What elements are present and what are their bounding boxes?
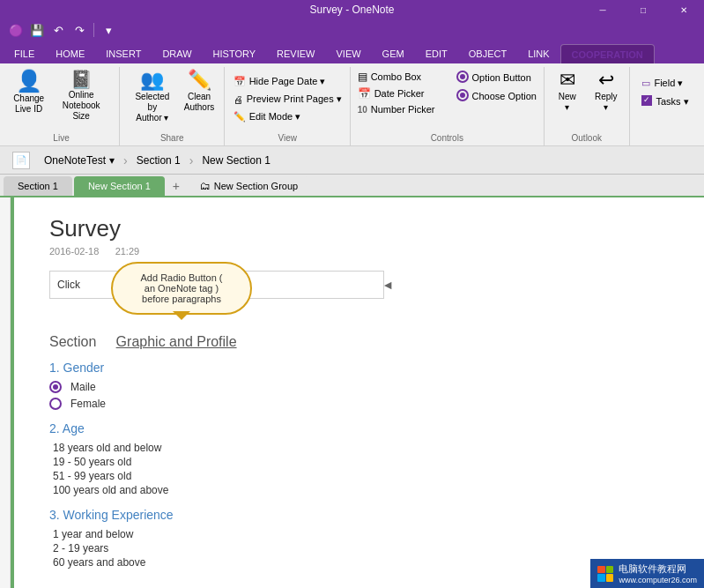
customize-button[interactable]: ▾: [100, 21, 117, 39]
question-1: 1. Gender Maile Female: [49, 361, 669, 411]
preview-print-pages-button[interactable]: 🖨 Preview Print Pages ▾: [230, 92, 345, 107]
quick-access-toolbar: 🟣 💾 ↶ ↷ ▾: [0, 19, 704, 41]
page-content: Survey 2016-02-18 21:29 Click er. ◄ Add …: [11, 197, 704, 588]
tab-insert[interactable]: INSERT: [95, 44, 152, 63]
separator: [93, 23, 94, 37]
view-group-label: View: [278, 131, 297, 145]
outlook-group-label: Outlook: [572, 131, 602, 145]
combo-box-button[interactable]: ▤ Combo Box: [354, 69, 439, 85]
section-heading: Section Graphic and Profile: [49, 334, 669, 350]
tasks-button[interactable]: Tasks ▾: [638, 93, 692, 109]
answer-maile-text: Maile: [70, 380, 96, 394]
answer-age-4: 100 years old and above: [53, 483, 669, 497]
edit-mode-label: Edit Mode ▾: [249, 111, 301, 123]
option-button-label: Option Button: [472, 72, 531, 83]
preview-print-label: Preview Print Pages ▾: [247, 93, 342, 105]
question-3-number: 3.: [49, 508, 63, 522]
tab-object[interactable]: OBJECT: [458, 44, 517, 63]
choose-option-button[interactable]: Choose Option: [453, 87, 540, 105]
reply-label: Reply▾: [595, 92, 618, 113]
question-2-heading[interactable]: 2. Age: [49, 421, 669, 435]
hide-page-date-label: Hide Page Date ▾: [249, 76, 326, 87]
question-2-number: 2.: [49, 421, 63, 435]
live-group-label: Live: [53, 131, 69, 145]
choose-option-icon: [456, 89, 469, 103]
add-section-tab-button[interactable]: +: [167, 176, 186, 196]
option-button-btn[interactable]: Option Button: [453, 69, 540, 86]
date-picker-button[interactable]: 📅 Date Picker: [354, 86, 439, 101]
number-picker-button[interactable]: 10 Number Picker: [354, 102, 439, 116]
selected-by-author-button[interactable]: 👥 Selected byAuthor ▾: [127, 69, 178, 125]
undo-button[interactable]: ↶: [49, 21, 67, 39]
ribbon-group-outlook: ✉ New▾ ↩ Reply▾ Outlook: [545, 67, 631, 145]
choose-option-label: Choose Option: [472, 91, 537, 101]
tab-draw[interactable]: DRAW: [152, 44, 202, 63]
section-tabs: Section 1 New Section 1 + 🗂 New Section …: [0, 175, 704, 197]
tab-history[interactable]: HISTORY: [203, 44, 267, 63]
clean-authors-button[interactable]: ✏️ CleanAuthors: [182, 69, 218, 115]
ribbon-group-share: 👥 Selected byAuthor ▾ ✏️ CleanAuthors Sh…: [120, 67, 225, 145]
section-tab-new-1[interactable]: New Section 1: [74, 176, 165, 196]
maximize-button[interactable]: □: [623, 0, 663, 19]
number-picker-label: Number Picker: [371, 104, 435, 115]
edit-mode-button[interactable]: ✏️ Edit Mode ▾: [230, 109, 305, 124]
controls-group-label: Controls: [431, 131, 463, 145]
new-section-name-item[interactable]: New Section 1: [196, 153, 275, 168]
notebook-icon-item: 📄: [7, 150, 35, 171]
section-heading-text: Section: [49, 334, 112, 349]
callout-line3: before paragraphs: [142, 294, 221, 304]
tab-cooperation[interactable]: COOPERATION: [560, 44, 655, 63]
hide-page-date-button[interactable]: 📅 Hide Page Date ▾: [230, 74, 330, 89]
ribbon-group-field-tasks: ▭ Field ▾ Tasks ▾: [630, 67, 700, 145]
date-picker-label: Date Picker: [374, 88, 425, 99]
watermark: 电脑软件教程网 www.computer26.com: [590, 559, 704, 588]
tasks-label: Tasks ▾: [656, 96, 688, 108]
reply-button[interactable]: ↩ Reply▾: [589, 69, 624, 115]
page-sidebar: [0, 197, 11, 588]
answer-exp-3: 60 years and above: [53, 555, 669, 569]
tab-view[interactable]: VIEW: [325, 44, 371, 63]
question-1-heading[interactable]: 1. Gender: [49, 361, 669, 375]
field-button[interactable]: ▭ Field ▾: [638, 76, 686, 91]
ribbon-tabs: FILE HOME INSERT DRAW HISTORY REVIEW VIE…: [0, 41, 704, 63]
field-icon: ▭: [641, 78, 650, 89]
number-picker-icon: 10: [358, 105, 367, 115]
win-logo-blue: [597, 574, 605, 582]
hide-page-date-icon: 📅: [233, 76, 246, 87]
share-group-label: Share: [160, 131, 184, 145]
preview-print-icon: 🖨: [233, 94, 243, 105]
clean-authors-label: CleanAuthors: [184, 92, 214, 113]
section-tab-1[interactable]: Section 1: [4, 176, 72, 196]
tab-edit[interactable]: EDIT: [415, 44, 458, 63]
minimize-button[interactable]: ─: [582, 0, 623, 19]
answer-age-3: 51 - 99 years old: [53, 469, 669, 483]
online-notebook-size-label: OnlineNotebook Size: [54, 90, 108, 122]
redo-button[interactable]: ↷: [70, 21, 88, 39]
question-3-heading[interactable]: 3. Working Experience: [49, 508, 669, 522]
notebook-dropdown-arrow: ▾: [109, 154, 115, 167]
tab-link[interactable]: LINK: [517, 44, 559, 63]
change-live-id-button[interactable]: 👤 ChangeLive ID: [11, 69, 47, 116]
answer-age-2: 19 - 50 years old: [53, 455, 669, 469]
tab-gem[interactable]: GEM: [372, 44, 415, 63]
section-name: Section 1: [137, 154, 181, 167]
content-area: Click er. ◄ Add Radio Button ( an OneNot…: [49, 271, 669, 299]
close-button[interactable]: ✕: [663, 0, 704, 19]
tab-file[interactable]: FILE: [4, 44, 45, 63]
answer-maile: Maile: [49, 380, 669, 394]
notebook-name: OneNoteTest: [44, 154, 106, 167]
question-1-text: Gender: [63, 361, 105, 375]
new-email-icon: ✉: [559, 71, 575, 90]
radio-icon-maile: [49, 381, 62, 393]
notebook-name-item[interactable]: OneNoteTest ▾: [39, 153, 120, 168]
answer-female: Female: [49, 397, 669, 411]
new-email-button[interactable]: ✉ New▾: [550, 69, 585, 115]
save-button[interactable]: 💾: [28, 21, 46, 39]
section-name-item[interactable]: Section 1: [131, 153, 186, 168]
tab-review[interactable]: REVIEW: [266, 44, 325, 63]
option-button-icon: [456, 71, 469, 85]
online-notebook-size-button[interactable]: 📓 OnlineNotebook Size: [50, 69, 112, 123]
tab-home[interactable]: HOME: [45, 44, 95, 63]
section-group-tab[interactable]: 🗂 New Section Group: [189, 176, 308, 196]
ribbon-group-view: 📅 Hide Page Date ▾ 🖨 Preview Print Pages…: [225, 67, 351, 145]
